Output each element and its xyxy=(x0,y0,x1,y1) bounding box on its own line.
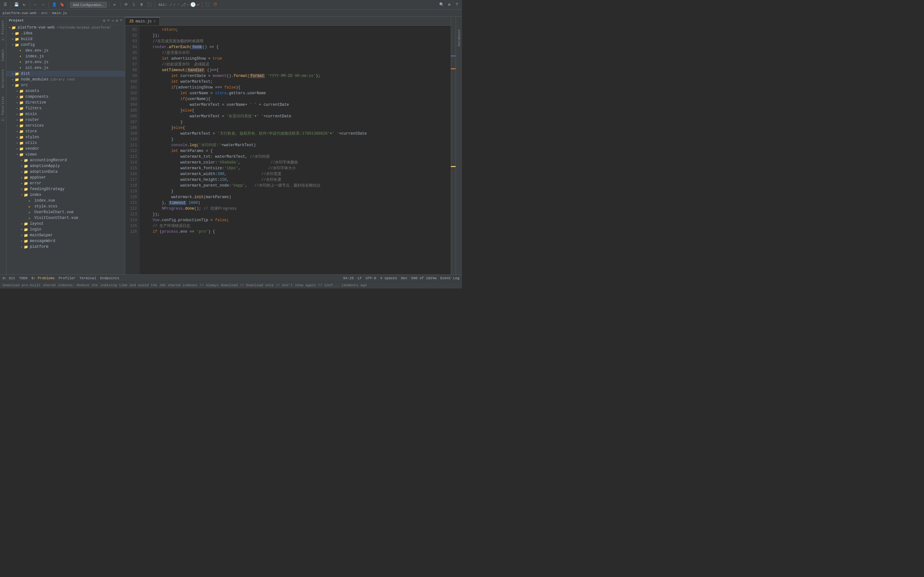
tree-item[interactable]: 📁index xyxy=(6,192,125,198)
tree-item[interactable]: 📁utils xyxy=(6,140,125,146)
commit-panel-label[interactable]: Commit xyxy=(1,49,5,61)
code-line: let userName = store.getters.userName xyxy=(144,90,451,96)
tree-item[interactable]: ◈UserRoleChart.vue xyxy=(6,210,125,215)
tree-item[interactable]: 📁styles xyxy=(6,134,125,140)
structure-panel-label[interactable]: Structure xyxy=(1,69,5,88)
stop-icon[interactable]: ⬛ xyxy=(146,2,152,8)
tree-item[interactable]: 📁build xyxy=(6,36,125,42)
git-push-icon[interactable]: ↑ xyxy=(177,2,180,7)
search-everywhere-icon[interactable]: 🔍 xyxy=(438,2,445,8)
tab-close-button[interactable]: × xyxy=(153,20,156,23)
tree-item[interactable]: 📁directive xyxy=(6,100,125,105)
add-config-button[interactable]: Add Configuration... xyxy=(70,2,107,8)
tree-settings-icon[interactable]: ⚙ xyxy=(103,18,105,23)
toolbar-menu-icon[interactable]: ☰ xyxy=(2,2,8,8)
profiler-status[interactable]: Profiler xyxy=(59,276,76,280)
breadcrumb-project[interactable]: platform-vue-web xyxy=(3,11,37,15)
tree-item[interactable]: 📁node_moduleslibrary root xyxy=(6,77,125,82)
tree-item[interactable]: 📁config xyxy=(6,42,125,48)
breadcrumb-file[interactable]: main.js xyxy=(52,11,67,15)
tree-item[interactable]: 📁mainSwiper xyxy=(6,232,125,238)
profiler-icon[interactable]: ⏱ xyxy=(212,2,218,8)
tree-item[interactable]: ◈VisitCountChart.vue xyxy=(6,215,125,221)
tree-item[interactable]: 📁login xyxy=(6,227,125,232)
tree-item[interactable]: 📁src xyxy=(6,82,125,88)
code-content[interactable]: return; }); //在完成页面加载的时候调用 router.afterE… xyxy=(140,26,451,274)
tree-item[interactable]: 📁feedingStrategy xyxy=(6,186,125,192)
tree-item[interactable]: 📁error xyxy=(6,181,125,186)
git-check-icon[interactable]: ✓ xyxy=(170,2,172,7)
run-icon[interactable]: ▶ xyxy=(111,2,118,8)
tree-item[interactable]: 📁appUser xyxy=(6,175,125,181)
tree-item[interactable]: 📁messageWord xyxy=(6,238,125,244)
breadcrumb-src[interactable]: src xyxy=(41,11,47,15)
tree-item[interactable]: 📁.idea xyxy=(6,31,125,36)
toolbar-save-icon[interactable]: 💾 xyxy=(13,2,19,8)
right-scrollbar-panel[interactable] xyxy=(451,17,456,274)
tab-main-js[interactable]: JS main.js × xyxy=(125,17,160,25)
tree-item[interactable]: 📁layout xyxy=(6,221,125,227)
js-icon: ▪ xyxy=(19,60,24,64)
git-check2-icon[interactable]: ✓ xyxy=(173,2,176,7)
tree-item[interactable]: 📁assets xyxy=(6,88,125,94)
tree-root[interactable]: 📁 platform-vue-web ~/GitCode/animal-plat… xyxy=(6,25,125,31)
terminal-status[interactable]: Terminal xyxy=(79,276,96,280)
toolbar-user-icon[interactable]: 👤 xyxy=(51,2,57,8)
toolbar-back-icon[interactable]: ← xyxy=(32,2,39,8)
toolbar-mark-icon[interactable]: 🔖 xyxy=(59,2,65,8)
tree-item[interactable]: 📁dist xyxy=(6,71,125,77)
problems-status[interactable]: 6: Problems xyxy=(31,276,55,280)
step-icon[interactable]: ⤵ xyxy=(131,2,137,8)
tree-item[interactable]: ◈index.vue xyxy=(6,198,125,203)
tree-item[interactable]: 📁accountingRecord xyxy=(6,157,125,163)
git-branch-icon[interactable]: ⎇ xyxy=(181,2,186,7)
tree-item[interactable]: 📁filters xyxy=(6,105,125,111)
tree-item[interactable]: 📁router xyxy=(6,117,125,123)
tree-item[interactable]: 📁adoptionData xyxy=(6,169,125,175)
coverage-icon[interactable]: ⬛ xyxy=(204,2,211,8)
tree-item[interactable]: 📁adoptionApply xyxy=(6,163,125,169)
tree-item[interactable]: 📁store xyxy=(6,129,125,134)
toolbar-forward-icon[interactable]: → xyxy=(40,2,46,8)
toolbar-sync-icon[interactable]: ↻ xyxy=(21,2,27,8)
tree-item[interactable]: 📁services xyxy=(6,123,125,129)
tree-item[interactable]: ▪index.js xyxy=(6,53,125,59)
todo-status[interactable]: TODO xyxy=(19,276,27,280)
toolbar: ☰ 💾 ↻ ← → 👤 🔖 Add Configuration... ▶ ⟳ ⤵… xyxy=(0,0,462,10)
tree-layout-icon[interactable]: ≡ xyxy=(107,18,110,23)
git-pull-icon[interactable]: ← xyxy=(187,2,189,7)
tree-item[interactable]: ▪pro.env.js xyxy=(6,59,125,65)
tree-item[interactable]: ▪dev.env.js xyxy=(6,48,125,53)
endpoints-status[interactable]: Endpoints xyxy=(100,276,119,280)
pause-icon[interactable]: ⏸ xyxy=(138,2,145,8)
tree-item-label: pro.env.js xyxy=(25,60,48,64)
js-icon: ▪ xyxy=(19,66,24,70)
tree-item[interactable]: 📁views xyxy=(6,152,125,157)
tree-collapse-icon[interactable]: ⇥ xyxy=(111,18,113,23)
tree-item[interactable]: 📁mixin xyxy=(6,111,125,117)
tree-item[interactable]: 📁components xyxy=(6,94,125,100)
tree-item[interactable]: ◈style.scss xyxy=(6,203,125,210)
project-panel-label[interactable]: 1: Project xyxy=(1,20,5,41)
git-undo-icon[interactable]: ↩ xyxy=(197,2,199,7)
tree-close-icon[interactable]: × xyxy=(120,18,122,23)
git-status[interactable]: 9: Git xyxy=(3,276,15,280)
code-line: watermark_height:150, //水印长度 xyxy=(144,177,451,183)
tree-gear-icon[interactable]: ⚙ xyxy=(116,18,118,23)
event-log-status[interactable]: Event Log xyxy=(441,276,459,280)
git-clock-icon[interactable]: 🕐 xyxy=(190,2,196,7)
favorites-panel-label[interactable]: 2: Favorites xyxy=(1,96,5,121)
database-tab[interactable]: Database xyxy=(457,29,461,47)
tree-item[interactable]: 📁vendor xyxy=(6,146,125,152)
tree-item-label: views xyxy=(25,152,37,157)
code-line: NProgress.done(); // 结束Progress xyxy=(144,206,451,211)
tree-item-label: style.scss xyxy=(34,204,57,209)
settings-icon[interactable]: ⚙ xyxy=(446,2,452,8)
encoding-status: UTF-8 xyxy=(366,276,376,280)
tree-item[interactable]: ▪sit.env.js xyxy=(6,65,125,71)
rerun-icon[interactable]: ⟳ xyxy=(123,2,129,8)
tree-item-label: index.vue xyxy=(34,198,55,203)
tree-item[interactable]: 📁platform xyxy=(6,244,125,250)
help-icon[interactable]: ? xyxy=(454,2,460,8)
tree-item-label: vendor xyxy=(25,147,39,151)
